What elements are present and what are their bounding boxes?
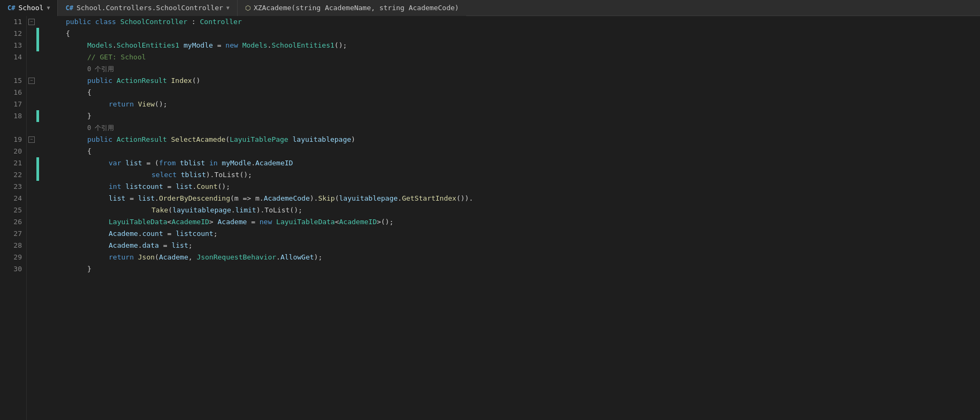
code-line-23: int listcount = list.Count(); xyxy=(44,181,980,193)
collapse-icon-11[interactable]: − xyxy=(28,19,35,25)
ln-30: 30 xyxy=(0,263,26,275)
gutter-18 xyxy=(27,110,36,122)
code-line-ref2: 0 个引用 xyxy=(44,122,980,134)
ln-16: 16 xyxy=(0,87,26,98)
code-line-16: { xyxy=(44,87,980,98)
tab-method[interactable]: ⬡ XZAcademe(string AcademeName, string A… xyxy=(238,0,467,16)
gutter-21 xyxy=(27,157,36,169)
gutter-12 xyxy=(27,28,36,40)
code-line-18: } xyxy=(44,110,980,122)
ln-28: 28 xyxy=(0,240,26,251)
code-line-27: Academe.count = listcount; xyxy=(44,228,980,240)
ln-12: 12 xyxy=(0,28,26,40)
ln-25: 25 xyxy=(0,204,26,216)
ln-ref1 xyxy=(0,63,26,75)
ln-11: 11 xyxy=(0,16,26,28)
method-icon: ⬡ xyxy=(245,4,250,12)
ln-ref2 xyxy=(0,122,26,134)
cs-icon-1: C# xyxy=(7,4,15,12)
ln-24: 24 xyxy=(0,193,26,204)
ln-27: 27 xyxy=(0,228,26,240)
tab-method-label: XZAcademe(string AcademeName, string Aca… xyxy=(254,4,459,12)
gutter-ref2 xyxy=(27,122,36,134)
code-line-24: list = list.OrderByDescending(m => m.Aca… xyxy=(44,193,980,204)
tab-school[interactable]: C# School ▼ xyxy=(0,0,58,16)
code-line-22: select tblist).ToList(); xyxy=(44,169,980,181)
gutter-25 xyxy=(27,204,36,216)
tab-controller[interactable]: C# School.Controllers.SchoolController ▼ xyxy=(58,0,237,16)
tab-dropdown-arrow-1[interactable]: ▼ xyxy=(47,5,50,11)
ln-21: 21 xyxy=(0,157,26,169)
gutter-19[interactable]: − xyxy=(27,134,36,146)
gutter-15[interactable]: − xyxy=(27,75,36,87)
code-line-28: Academe.data = list; xyxy=(44,240,980,251)
code-line-26: LayuiTableData<AcademeID> Academe = new … xyxy=(44,216,980,228)
code-line-21: var list = (from tblist in myModle.Acade… xyxy=(44,157,980,169)
tab-dropdown-arrow-2[interactable]: ▼ xyxy=(226,5,230,11)
code-line-29: return Json(Academe, JsonRequestBehavior… xyxy=(44,251,980,263)
ln-18: 18 xyxy=(0,110,26,122)
gutter-14 xyxy=(27,51,36,63)
gutter-17 xyxy=(27,98,36,110)
code-line-20: { xyxy=(44,146,980,157)
code-line-30: } xyxy=(44,263,980,275)
ln-19: 19 xyxy=(0,134,26,146)
code-line-19: public ActionResult SelectAcamede(LayuiT… xyxy=(44,134,980,146)
gutter-ref1 xyxy=(27,63,36,75)
code-line-25: Take(layuitablepage.limit).ToList(); xyxy=(44,204,980,216)
gutter-23 xyxy=(27,181,36,193)
title-bar: C# School ▼ C# School.Controllers.School… xyxy=(0,0,980,16)
ln-15: 15 xyxy=(0,75,26,87)
gutter-30 xyxy=(27,263,36,275)
gutter-26 xyxy=(27,216,36,228)
ln-22: 22 xyxy=(0,169,26,181)
code-line-ref1: 0 个引用 xyxy=(44,63,980,75)
gutter-22 xyxy=(27,169,36,181)
code-line-15: public ActionResult Index() xyxy=(44,75,980,87)
tab-controller-label: School.Controllers.SchoolController xyxy=(77,4,223,12)
ln-23: 23 xyxy=(0,181,26,193)
gutter-27 xyxy=(27,228,36,240)
code-line-13: Models.SchoolEntities1 myModle = new Mod… xyxy=(44,40,980,51)
gutter-column: − − − xyxy=(27,16,36,420)
code-line-14: // GET: School xyxy=(44,51,980,63)
gutter-29 xyxy=(27,251,36,263)
gutter-11[interactable]: − xyxy=(27,16,36,28)
line-numbers-column: 11 12 13 14 15 16 17 18 19 20 21 22 23 2… xyxy=(0,16,27,420)
code-content: public class SchoolController : Controll… xyxy=(39,16,980,420)
ln-29: 29 xyxy=(0,251,26,263)
ln-26: 26 xyxy=(0,216,26,228)
code-area: 11 12 13 14 15 16 17 18 19 20 21 22 23 2… xyxy=(0,16,980,420)
code-line-12: { xyxy=(44,28,980,40)
gutter-24 xyxy=(27,193,36,204)
code-line-17: return View(); xyxy=(44,98,980,110)
gutter-28 xyxy=(27,240,36,251)
ln-13: 13 xyxy=(0,40,26,51)
collapse-icon-19[interactable]: − xyxy=(28,136,35,143)
gutter-16 xyxy=(27,87,36,98)
ln-14: 14 xyxy=(0,51,26,63)
ln-17: 17 xyxy=(0,98,26,110)
code-line-11: public class SchoolController : Controll… xyxy=(44,16,980,28)
ide-window: C# School ▼ C# School.Controllers.School… xyxy=(0,0,980,420)
gutter-20 xyxy=(27,146,36,157)
cs-icon-2: C# xyxy=(65,4,73,12)
gutter-13 xyxy=(27,40,36,51)
tab-school-label: School xyxy=(18,4,43,12)
ln-20: 20 xyxy=(0,146,26,157)
collapse-icon-15[interactable]: − xyxy=(28,78,35,84)
